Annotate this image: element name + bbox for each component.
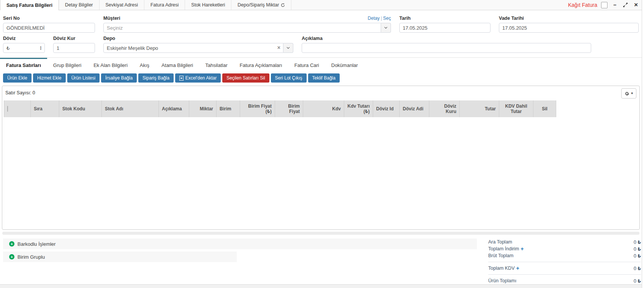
birim-gruplu-accordion[interactable]: + Birim Gruplu [3, 251, 237, 262]
row-count-label: Satır Sayısı: 0 [5, 88, 35, 95]
total-row-toplam-kdv: Toplam KDV + 0 ₺ [488, 265, 641, 272]
doviz-select[interactable]: ₺ ▴▾ [3, 43, 45, 53]
total-row-brut-toplam: Brüt Toplam 0 ₺ [488, 252, 641, 259]
seri-no-input[interactable] [3, 23, 95, 33]
depo-select[interactable]: × [103, 43, 293, 53]
col-kdv-tutari: Kdv Tutarı (₺) [344, 100, 373, 117]
tab-sevkiyat-adresi[interactable]: Sevkiyat Adresi [100, 0, 144, 10]
add-discount-icon[interactable]: + [521, 246, 524, 251]
button-label: Excel'den Aktar [185, 75, 217, 81]
tab-label: Fatura Cari [294, 62, 319, 68]
horizontal-scrollbar[interactable] [2, 232, 639, 235]
maximize-icon[interactable] [622, 2, 629, 8]
tarih-label: Tarih [399, 16, 411, 21]
tab-ek-alan-bilgileri[interactable]: Ek Alan Bilgileri [87, 58, 134, 70]
tab-fatura-aciklamalari[interactable]: Fatura Açıklamaları [234, 58, 288, 70]
accordion-panels: + Barkodlu İşlemler + Birim Gruplu [3, 239, 484, 284]
tab-stok-hareketleri[interactable]: Stok Hareketleri [185, 0, 231, 10]
total-row-ara-toplam: Ara Toplam 0 ₺ [488, 239, 641, 245]
col-sira: Sıra [31, 100, 59, 117]
excelden-aktar-button[interactable]: Excel'den Aktar [175, 73, 221, 83]
vade-tarihi-input[interactable] [499, 23, 639, 33]
barkodlu-islemler-accordion[interactable]: + Barkodlu İşlemler [3, 239, 477, 249]
tab-label: Detay Bilgiler [65, 2, 93, 8]
col-sil: Sil [533, 100, 556, 117]
teklif-bagla-button[interactable]: Teklif Bağla [308, 73, 340, 83]
col-kdv: Kdv [303, 100, 344, 117]
grid-settings-button[interactable]: ▼ [621, 88, 636, 99]
irsaliye-bagla-button[interactable]: İrsaliye Bağla [101, 73, 137, 83]
tab-detay-bilgiler[interactable]: Detay Bilgiler [59, 0, 100, 10]
button-label: Seçilen Satırları Sil [226, 75, 265, 81]
tab-atama-bilgileri[interactable]: Atama Bilgileri [155, 58, 199, 70]
doviz-kur-input[interactable] [53, 43, 95, 53]
tab-label: Tahsilatlar [205, 62, 228, 68]
col-stok-kodu: Stok Kodu [59, 100, 102, 117]
close-button[interactable]: × [633, 2, 639, 8]
clear-icon[interactable]: × [277, 45, 280, 51]
totals-panel: Ara Toplam 0 ₺ Toplam İndirim + 0 ₺ Brüt… [488, 239, 641, 284]
musteri-dropdown-toggle[interactable] [381, 23, 391, 33]
doviz-kur-label: Döviz Kur [53, 36, 75, 41]
vade-tarihi-label: Vade Tarihi [499, 16, 524, 21]
tab-fatura-cari[interactable]: Fatura Cari [288, 58, 325, 70]
total-amount: 0 [634, 247, 636, 252]
col-select [4, 100, 31, 117]
expand-plus-icon: + [9, 254, 14, 259]
tab-tahsilatlar[interactable]: Tahsilatlar [199, 58, 234, 70]
tab-depo-siparis-miktar[interactable]: Depo/Sipariş Miktar [231, 0, 291, 10]
tab-label: Fatura Adresi [150, 2, 179, 8]
tab-label: Grup Bilgileri [53, 62, 81, 68]
musteri-select[interactable]: Seçiniz [103, 23, 391, 33]
secilen-satirlari-sil-button[interactable]: Seçilen Satırları Sil [222, 73, 269, 83]
sec-link[interactable]: Seç [383, 16, 391, 21]
total-amount: 0 [634, 278, 636, 284]
detay-link[interactable]: Detay [368, 16, 380, 21]
add-vat-icon[interactable]: + [516, 266, 519, 271]
hizmet-ekle-button[interactable]: Hizmet Ekle [33, 73, 66, 83]
depo-input[interactable] [103, 43, 283, 53]
kagit-fatura-toggle-label[interactable]: Kağıt Fatura [568, 2, 597, 8]
grid-toolbar: Ürün Ekle Hizmet Ekle Ürün Listesi İrsal… [3, 73, 639, 83]
seri-lot-cikis-button[interactable]: Seri Lot Çıkış [271, 73, 307, 83]
doviz-label: Döviz [3, 36, 16, 41]
aciklama-input[interactable] [302, 43, 591, 53]
total-label: Toplam KDV [488, 266, 514, 271]
caret-down-icon: ▼ [631, 92, 634, 95]
tab-akis[interactable]: Akış [134, 58, 155, 70]
minimize-button[interactable]: − [611, 2, 618, 8]
window-tabs: Satış Fatura Bilgileri Detay Bilgiler Se… [0, 0, 568, 10]
total-label: Ürün Toplamı [488, 278, 516, 283]
total-label: Toplam İndirim [488, 246, 519, 251]
tab-label: Akış [140, 62, 149, 68]
tab-grup-bilgileri[interactable]: Grup Bilgileri [47, 58, 87, 70]
tarih-input[interactable] [399, 23, 491, 33]
tab-label: Fatura Satırları [6, 62, 41, 68]
expand-plus-icon: + [9, 241, 14, 247]
currency-symbol: ₺ [638, 253, 641, 259]
invoice-window: Satış Fatura Bilgileri Detay Bilgiler Se… [0, 0, 642, 288]
total-amount: 0 [634, 240, 636, 245]
tab-dokumanlar[interactable]: Dokümanlar [325, 58, 364, 70]
tab-satis-fatura-bilgileri[interactable]: Satış Fatura Bilgileri [0, 0, 59, 10]
col-aciklama: Açıklama [159, 100, 189, 117]
link-separator: | [381, 16, 382, 21]
urun-listesi-button[interactable]: Ürün Listesi [67, 73, 100, 83]
window-controls: Kağıt Fatura − × [568, 0, 642, 10]
kagit-fatura-checkbox[interactable] [601, 2, 608, 8]
invoice-header-form: Seri No Müşteri Detay|Seç Seçiniz [0, 10, 642, 58]
tab-fatura-adresi[interactable]: Fatura Adresi [144, 0, 185, 10]
siparis-bagla-button[interactable]: Sipariş Bağla [138, 73, 174, 83]
tab-label: Stok Hareketleri [191, 2, 225, 8]
tab-label: Dokümanlar [331, 62, 358, 68]
depo-dropdown-toggle[interactable] [283, 43, 293, 53]
urun-ekle-button[interactable]: Ürün Ekle [3, 73, 32, 83]
tab-fatura-satirlari[interactable]: Fatura Satırları [0, 58, 47, 70]
aciklama-label: Açıklama [302, 36, 323, 41]
select-all-checkbox[interactable] [7, 106, 8, 112]
tab-label: Ek Alan Bilgileri [93, 62, 128, 68]
tab-label: Sevkiyat Adresi [106, 2, 138, 8]
button-label: Ürün Listesi [71, 75, 95, 81]
accordion-label: Birim Gruplu [17, 254, 45, 260]
seri-no-label: Seri No [3, 16, 20, 21]
